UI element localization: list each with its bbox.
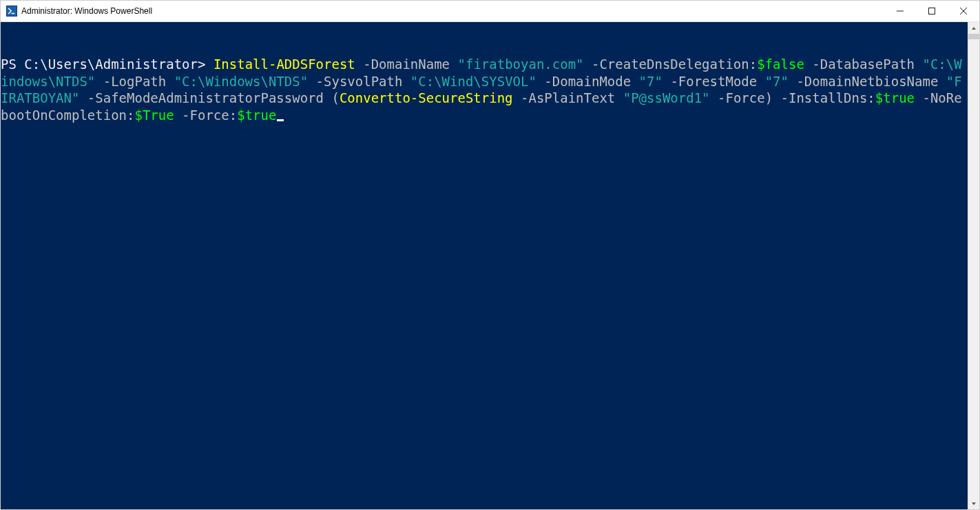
token-25: ) — [765, 90, 773, 105]
vertical-scrollbar[interactable] — [968, 22, 979, 509]
token-3: -DomainName — [355, 57, 458, 72]
token-22: -AsPlainText — [513, 90, 623, 105]
token-31: $true — [237, 108, 276, 123]
token-9: -LogPath — [95, 74, 174, 89]
text-cursor — [277, 119, 284, 121]
token-15: -ForestMode — [663, 74, 765, 89]
powershell-icon — [6, 6, 17, 17]
token-1: > — [198, 57, 213, 72]
token-23: "P@ssWord1" — [623, 90, 710, 105]
token-10: "C:\Windows\NTDS" — [174, 74, 308, 89]
close-button[interactable] — [948, 1, 979, 21]
token-20: ( — [331, 90, 339, 105]
titlebar[interactable]: Administrator: Windows PowerShell — [1, 1, 979, 22]
token-7: -DatabasePath — [804, 57, 923, 72]
scrollbar-thumb[interactable] — [968, 34, 979, 39]
token-6: $false — [757, 57, 804, 72]
token-14: "7" — [639, 74, 663, 89]
token-5: -CreateDnsDelegation: — [584, 57, 758, 72]
token-0: PS C:\Users\Administrator — [1, 57, 198, 72]
token-16: "7" — [765, 74, 789, 89]
svg-rect-2 — [929, 8, 935, 14]
terminal[interactable]: PS C:\Users\Administrator> Install-ADDSF… — [1, 22, 968, 509]
terminal-text[interactable]: PS C:\Users\Administrator> Install-ADDSF… — [1, 56, 968, 123]
scroll-down-button[interactable] — [968, 498, 979, 509]
minimize-button[interactable] — [884, 1, 916, 21]
token-17: -DomainNetbiosName — [789, 74, 946, 89]
token-29: $True — [134, 108, 174, 123]
window-controls — [884, 1, 979, 21]
token-27: $true — [875, 90, 915, 105]
token-21: Convertto-SecureString — [340, 90, 513, 105]
scroll-up-button[interactable] — [968, 22, 979, 34]
token-26: -InstallDns: — [773, 90, 875, 105]
token-12: "C:\Wind\SYSVOL" — [410, 74, 536, 89]
token-30: -Force: — [174, 108, 238, 123]
token-13: -DomainMode — [536, 74, 639, 89]
window-title: Administrator: Windows PowerShell — [21, 6, 152, 16]
token-24: -Force — [710, 90, 765, 105]
client-area: PS C:\Users\Administrator> Install-ADDSF… — [1, 22, 979, 509]
token-4: "firatboyan.com" — [458, 57, 584, 72]
maximize-button[interactable] — [916, 1, 948, 21]
scrollbar-track[interactable] — [968, 34, 979, 498]
token-11: -SysvolPath — [308, 74, 410, 89]
token-2: Install-ADDSForest — [213, 57, 355, 72]
token-19: -SafeModeAdministratorPassword — [79, 90, 331, 105]
powershell-window: Administrator: Windows PowerShell PS C:\… — [0, 0, 980, 510]
